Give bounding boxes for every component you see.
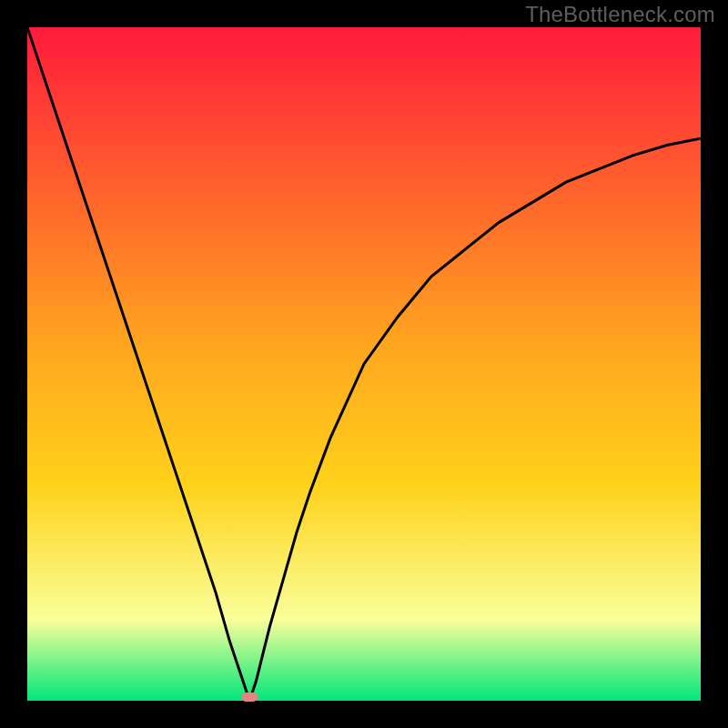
optimum-marker (241, 693, 258, 702)
watermark-text: TheBottleneck.com (525, 2, 715, 27)
chart-container: TheBottleneck.com (0, 0, 728, 728)
chart-svg (0, 0, 728, 728)
